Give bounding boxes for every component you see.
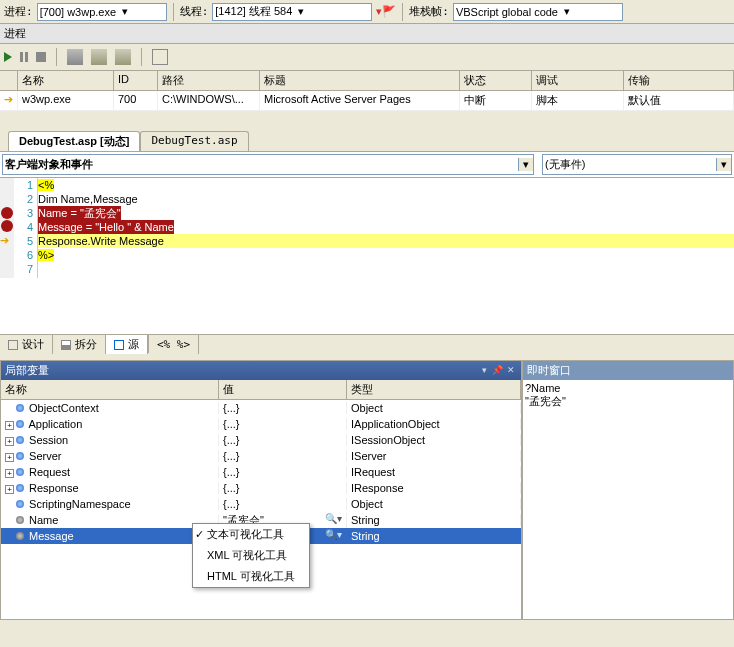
col-name[interactable]: 名称 <box>1 380 219 399</box>
stackframe-combo[interactable]: VBScript global code ▾ <box>453 3 623 21</box>
object-combo-input[interactable] <box>3 157 518 173</box>
flag-icon[interactable]: ▾🚩 <box>376 5 396 18</box>
stop-button[interactable] <box>36 52 46 62</box>
visualizer-menu-item[interactable]: 文本可视化工具 <box>193 524 309 545</box>
locals-row[interactable]: + Server{...}IServer <box>1 448 521 464</box>
processes-header: 名称 ID 路径 标题 状态 调试 传输 <box>0 71 734 91</box>
split-tab[interactable]: 拆分 <box>53 335 106 354</box>
expand-icon[interactable]: + <box>5 421 14 430</box>
visualizer-menu[interactable]: 文本可视化工具XML 可视化工具HTML 可视化工具 <box>192 523 310 588</box>
expand-icon[interactable]: + <box>5 469 14 478</box>
chevron-down-icon[interactable]: ▾ <box>518 158 533 171</box>
col-id[interactable]: ID <box>114 71 158 90</box>
object-icon <box>16 500 24 508</box>
col-state[interactable]: 状态 <box>460 71 532 90</box>
attach-icon[interactable] <box>152 49 168 65</box>
chevron-down-icon[interactable]: ▾ <box>294 5 307 18</box>
locals-row[interactable]: ObjectContext{...}Object <box>1 400 521 416</box>
variable-icon <box>16 532 24 540</box>
visualizer-menu-item[interactable]: XML 可视化工具 <box>193 545 309 566</box>
col-type[interactable]: 类型 <box>347 380 521 399</box>
tab-dynamic[interactable]: DebugTest.asp [动态] <box>8 131 140 151</box>
step-icon[interactable] <box>91 49 107 65</box>
col-debug[interactable]: 调试 <box>532 71 624 90</box>
dropdown-icon[interactable]: ▾ <box>478 365 491 376</box>
code-editor[interactable]: ➔ 1234567 <% Dim Name,Message Name = "孟宪… <box>0 178 734 278</box>
expand-icon[interactable]: + <box>5 437 14 446</box>
thread-label: 线程: <box>180 4 209 19</box>
stackframe-label: 堆栈帧: <box>409 4 449 19</box>
thread-combo[interactable]: [1412] 线程 584 ▾ <box>212 3 372 21</box>
tab-static[interactable]: DebugTest.asp <box>140 131 248 151</box>
variable-icon <box>16 516 24 524</box>
document-tabs: DebugTest.asp [动态] DebugTest.asp <box>0 129 734 152</box>
magnifier-icon[interactable]: 🔍▾ <box>325 513 342 528</box>
locals-title-bar[interactable]: 局部变量 ▾ 📌 ✕ <box>1 361 521 380</box>
breakpoint-icon[interactable] <box>1 207 13 219</box>
col-path[interactable]: 路径 <box>158 71 260 90</box>
process-combo[interactable]: [700] w3wp.exe ▾ <box>37 3 167 21</box>
pause-button[interactable] <box>20 52 28 62</box>
locals-row[interactable]: + Session{...}ISessionObject <box>1 432 521 448</box>
design-tab[interactable]: 设计 <box>0 335 53 354</box>
locals-row[interactable]: + Application{...}IApplicationObject <box>1 416 521 432</box>
expand-icon[interactable]: + <box>5 453 14 462</box>
immediate-body[interactable]: ?Name "孟宪会" <box>523 380 733 619</box>
locals-row[interactable]: + Request{...}IRequest <box>1 464 521 480</box>
current-arrow-icon: ➔ <box>0 91 18 110</box>
processes-toolbar <box>0 44 734 71</box>
continue-button[interactable] <box>4 52 12 62</box>
object-icon <box>16 452 24 460</box>
breakpoint-icon[interactable] <box>1 220 13 232</box>
object-icon <box>16 468 24 476</box>
immediate-panel: 即时窗口 ?Name "孟宪会" <box>522 360 734 620</box>
visualizer-menu-item[interactable]: HTML 可视化工具 <box>193 566 309 587</box>
line-numbers: 1234567 <box>14 178 38 278</box>
object-selector-bar: ▾ (无事件) ▾ <box>0 152 734 178</box>
pin-icon[interactable]: 📌 <box>491 365 504 376</box>
object-icon <box>16 420 24 428</box>
source-tab[interactable]: 源 <box>106 335 148 354</box>
col-name[interactable]: 名称 <box>18 71 114 90</box>
locals-header: 名称 值 类型 <box>1 380 521 400</box>
process-label: 进程: <box>4 4 33 19</box>
object-icon <box>16 484 24 492</box>
debug-toolbar: 进程: [700] w3wp.exe ▾ 线程: [1412] 线程 584 ▾… <box>0 0 734 24</box>
event-combo[interactable]: (无事件) ▾ <box>542 154 732 175</box>
process-row[interactable]: ➔ w3wp.exe 700 C:\WINDOWS\... Microsoft … <box>0 91 734 111</box>
code-content[interactable]: <% Dim Name,Message Name = "孟宪会" Message… <box>38 178 734 278</box>
magnifier-icon[interactable]: 🔍▾ <box>325 529 342 544</box>
asp-block-tab[interactable]: <% %> <box>149 335 199 354</box>
col-transport[interactable]: 传输 <box>624 71 734 90</box>
current-line-icon: ➔ <box>0 233 14 247</box>
col-value[interactable]: 值 <box>219 380 347 399</box>
immediate-title-bar[interactable]: 即时窗口 <box>523 361 733 380</box>
expand-icon[interactable]: + <box>5 485 14 494</box>
processes-panel-title: 进程 <box>0 24 734 44</box>
close-icon[interactable]: ✕ <box>504 365 517 376</box>
chevron-down-icon[interactable]: ▾ <box>560 5 573 18</box>
detach-icon[interactable] <box>67 49 83 65</box>
breakpoint-margin[interactable]: ➔ <box>0 178 14 278</box>
chevron-down-icon[interactable]: ▾ <box>716 158 731 171</box>
locals-row[interactable]: + Response{...}IResponse <box>1 480 521 496</box>
restart-icon[interactable] <box>115 49 131 65</box>
chevron-down-icon[interactable]: ▾ <box>118 5 131 18</box>
object-icon <box>16 404 24 412</box>
object-icon <box>16 436 24 444</box>
col-title[interactable]: 标题 <box>260 71 460 90</box>
editor-view-tabs: 设计 拆分 源 <% %> <box>0 334 734 354</box>
object-combo[interactable]: ▾ <box>2 154 534 175</box>
locals-row[interactable]: ScriptingNamespace{...}Object <box>1 496 521 512</box>
